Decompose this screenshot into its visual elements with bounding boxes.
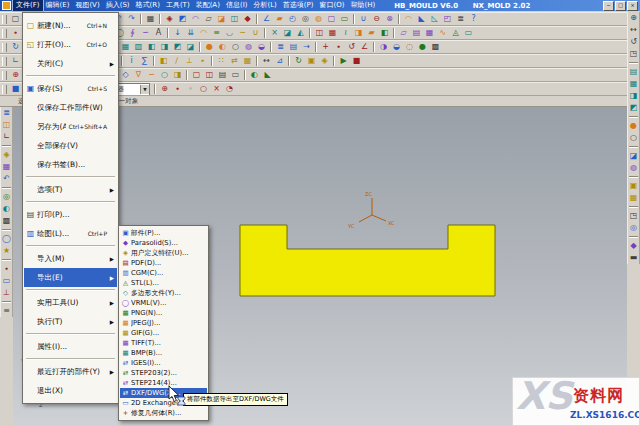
collapse-icon[interactable]: ▬ xyxy=(627,252,640,264)
gate-icon[interactable]: ∇ xyxy=(132,69,145,81)
shaded-mode-icon[interactable]: ● xyxy=(627,120,640,132)
play-icon[interactable]: ▶ xyxy=(337,55,350,67)
menu-item-plot[interactable]: ▥绘图(L)...Ctrl+P xyxy=(24,224,117,243)
runner-icon[interactable]: ∽ xyxy=(145,69,158,81)
menubar-item-information[interactable]: 信息(I) xyxy=(223,0,251,11)
drafting-icon[interactable]: ▱ xyxy=(202,13,215,25)
window-tile-icon[interactable]: ▦ xyxy=(627,192,640,204)
intersect-icon[interactable]: ⊗ xyxy=(383,13,396,25)
pocket-icon[interactable]: ▢ xyxy=(325,13,338,25)
through-curve-mesh-icon[interactable]: ▦ xyxy=(423,27,436,39)
offset-curve-icon[interactable]: ≡ xyxy=(210,27,223,39)
csys-tool-icon[interactable]: ⊥ xyxy=(0,287,13,299)
move-to-layer-icon[interactable]: → xyxy=(300,41,313,53)
revolve-icon[interactable]: ◴ xyxy=(286,13,299,25)
mold-csys-icon[interactable]: ⊕ xyxy=(9,69,22,81)
menu-item-export[interactable]: 导出(E)▶ xyxy=(24,268,117,287)
menu-item-stl[interactable]: ◬STL(L)... xyxy=(120,278,207,288)
show-hide-icon[interactable]: ◒ xyxy=(390,41,403,53)
menu-item-user-defined-feature[interactable]: ◈用户定义特征(U)... xyxy=(120,248,207,258)
print-icon[interactable]: ▦ xyxy=(144,13,157,25)
menubar-item-tools[interactable]: 工具(T) xyxy=(163,0,193,11)
menu-item-save[interactable]: ▣保存(S)Ctrl+S xyxy=(24,79,117,98)
through-curves-icon[interactable]: ▤ xyxy=(410,27,423,39)
subtract-icon[interactable]: ⊖ xyxy=(370,13,383,25)
menu-item-jpeg[interactable]: ▦JPEG(J)... xyxy=(120,318,207,328)
left-view-icon[interactable]: ◧ xyxy=(145,41,158,53)
spline-icon[interactable]: ∽ xyxy=(139,27,152,39)
section-curve-icon[interactable]: ◪ xyxy=(281,27,294,39)
snap-endpoint-icon[interactable]: ∙ xyxy=(171,83,184,95)
n-sided-surface-icon[interactable]: ◬ xyxy=(449,27,462,39)
menu-item-parasolid[interactable]: ◆Parasolid(S)... xyxy=(120,238,207,248)
measure-distance-icon[interactable]: ∟ xyxy=(9,55,22,67)
user-defined-feature-icon[interactable]: ◈ xyxy=(318,55,331,67)
snap-point-icon[interactable]: ⊕ xyxy=(158,83,171,95)
top-view-icon[interactable]: ▦ xyxy=(119,41,132,53)
info-expression-icon[interactable]: ∑ xyxy=(138,55,151,67)
wcs-origin-icon[interactable]: ∙ xyxy=(332,41,345,53)
slider-lifter-icon[interactable]: ◨ xyxy=(171,69,184,81)
edge-blend-icon[interactable]: ◠ xyxy=(402,13,415,25)
project-curve-icon[interactable]: ↓ xyxy=(171,27,184,39)
trimetric-view-icon[interactable]: ◪ xyxy=(184,41,197,53)
offset-surface-icon[interactable]: ◧ xyxy=(378,27,391,39)
menubar-item-format[interactable]: 格式(R) xyxy=(133,0,163,11)
pad-icon[interactable]: ▭ xyxy=(338,13,351,25)
draft-check-icon[interactable]: ◣ xyxy=(261,69,274,81)
point-tool-icon[interactable]: ∙ xyxy=(0,263,13,275)
fit-all-icon[interactable]: ◳ xyxy=(627,48,640,60)
bridge-curve-icon[interactable]: ◡ xyxy=(223,27,236,39)
update-icon[interactable]: ↻ xyxy=(292,55,305,67)
rotate-tool-icon[interactable]: ↺ xyxy=(627,36,640,48)
enhanced-shading-icon[interactable]: ◍ xyxy=(627,162,640,174)
pan-tool-icon[interactable]: ↔ xyxy=(627,24,640,36)
show-icon[interactable]: ● xyxy=(416,41,429,53)
assemblies-app-icon[interactable]: ◫ xyxy=(228,13,241,25)
menu-item-png[interactable]: ▦PNG(N)... xyxy=(120,308,207,318)
menu-item-bmp[interactable]: ▦BMP(B)... xyxy=(120,348,207,358)
thread-icon[interactable]: ≣ xyxy=(454,13,467,25)
intersection-curve-icon[interactable]: × xyxy=(268,27,281,39)
studio-render-icon[interactable]: ◍ xyxy=(242,41,255,53)
customize-icon[interactable]: ≡ xyxy=(0,305,13,317)
snap-center-icon[interactable]: ○ xyxy=(197,83,210,95)
menu-item-step203[interactable]: ⇄STEP203(2)... xyxy=(120,368,207,378)
layer-in-view-icon[interactable]: ▤ xyxy=(287,41,300,53)
wrap-curve-icon[interactable]: ◠ xyxy=(197,27,210,39)
bottom-view-icon[interactable]: ▧ xyxy=(132,41,145,53)
point-constructor-icon[interactable]: ∙ xyxy=(196,55,209,67)
menubar-item-preferences[interactable]: 首选项(P) xyxy=(280,0,317,11)
menu-item-save-as[interactable]: 另存为(A)...Ctrl+Shift+A xyxy=(24,117,117,136)
wireframe-icon[interactable]: ○ xyxy=(229,41,242,53)
edit-background-icon[interactable]: ▩ xyxy=(429,41,442,53)
wcs-orient-icon[interactable]: ∠ xyxy=(358,41,371,53)
chamfer-icon[interactable]: ◣ xyxy=(415,13,428,25)
maximize-button[interactable]: □ xyxy=(615,1,626,11)
start-app-icon[interactable]: ◈ xyxy=(163,13,176,25)
draft-icon[interactable]: ◺ xyxy=(428,13,441,25)
simplify-curve-icon[interactable]: ∼ xyxy=(236,27,249,39)
object-display-icon[interactable]: ◑ xyxy=(377,41,390,53)
text-icon[interactable]: A xyxy=(152,27,165,39)
sew-icon[interactable]: ≀ xyxy=(339,27,352,39)
point-icon[interactable]: ∙ xyxy=(9,27,22,39)
help-icon[interactable]: ? xyxy=(467,13,480,25)
menu-item-exit[interactable]: 退出(X) xyxy=(24,381,117,400)
trim-mold-icon[interactable]: ◫ xyxy=(203,69,216,81)
snap-quadrant-icon[interactable]: ◔ xyxy=(223,83,236,95)
join-curve-icon[interactable]: ∪ xyxy=(249,27,262,39)
fullscreen-icon[interactable]: ◳ xyxy=(627,210,640,222)
split-body-icon[interactable]: ▦ xyxy=(326,27,339,39)
ruled-icon[interactable]: ▱ xyxy=(397,27,410,39)
menubar-item-assemblies[interactable]: 装配(A) xyxy=(193,0,223,11)
part-body[interactable] xyxy=(240,225,495,296)
menu-item-vrml[interactable]: ◯VRML(V)... xyxy=(120,298,207,308)
constraint-navigator-icon[interactable]: ∟ xyxy=(0,131,13,143)
view-palette-icon[interactable]: ▦ xyxy=(0,161,13,173)
part-navigator-icon[interactable]: ≣ xyxy=(0,107,13,119)
snap-intersection-icon[interactable]: × xyxy=(210,83,223,95)
web-browser-icon[interactable]: ◯ xyxy=(0,233,13,245)
instance-feature-icon[interactable]: ∷ xyxy=(215,55,228,67)
window-cascade-icon[interactable]: ▣ xyxy=(627,180,640,192)
